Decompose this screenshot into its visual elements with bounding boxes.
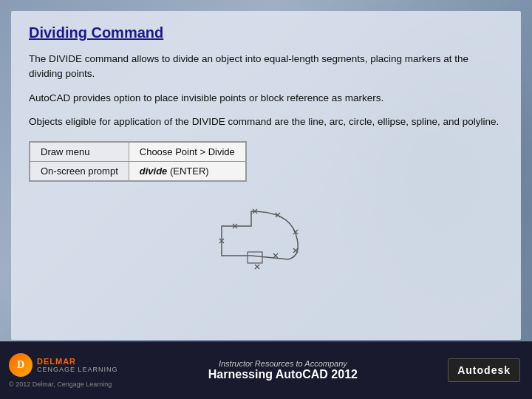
footer-right: Autodesk bbox=[448, 358, 520, 382]
table-cell-draw-menu-value: Choose Point > Divide bbox=[129, 143, 245, 162]
footer-copyright: © 2012 Delmar, Cengage Learning bbox=[9, 381, 118, 388]
harnessing-title: Harnessing AutoCAD 2012 bbox=[208, 368, 358, 381]
logo-delmar-text: DELMAR bbox=[37, 357, 118, 366]
command-table: Draw menu Choose Point > Divide On-scree… bbox=[29, 141, 247, 182]
autodesk-badge: Autodesk bbox=[448, 358, 520, 382]
diagram-area bbox=[29, 197, 503, 278]
footer-center: Instructor Resources to Accompany Harnes… bbox=[208, 359, 358, 381]
delmar-logo: D DELMAR CENGAGE Learning bbox=[9, 353, 118, 377]
logo-icon: D bbox=[9, 353, 33, 377]
page-title: Dividing Command bbox=[29, 24, 503, 41]
footer-bar: D DELMAR CENGAGE Learning © 2012 Delmar,… bbox=[0, 341, 532, 399]
divide-diagram bbox=[192, 197, 340, 278]
autodesk-text: Autodesk bbox=[457, 364, 511, 376]
year-label: 2012 bbox=[331, 368, 358, 381]
table-cell-draw-menu-label: Draw menu bbox=[30, 143, 129, 162]
table-row: Draw menu Choose Point > Divide bbox=[30, 143, 246, 162]
svg-rect-0 bbox=[248, 252, 262, 263]
footer-left: D DELMAR CENGAGE Learning © 2012 Delmar,… bbox=[9, 353, 118, 388]
divide-keyword: divide bbox=[140, 166, 168, 177]
instructor-label: Instructor Resources to Accompany bbox=[219, 359, 347, 368]
logo-text-block: DELMAR CENGAGE Learning bbox=[37, 357, 118, 373]
main-content-panel: Dividing Command The DIVIDE command allo… bbox=[11, 11, 521, 340]
table-cell-prompt-value: divide (ENTER) bbox=[129, 162, 245, 181]
logo-cengage-text: CENGAGE Learning bbox=[37, 366, 118, 373]
enter-suffix: (ENTER) bbox=[167, 166, 208, 177]
paragraph-1: The DIVIDE command allows to divide an o… bbox=[29, 52, 503, 82]
paragraph-2: AutoCAD provides option to place invisib… bbox=[29, 91, 503, 106]
paragraph-3: Objects eligible for application of the … bbox=[29, 115, 503, 129]
table-cell-prompt-label: On-screen prompt bbox=[30, 162, 129, 181]
table-row: On-screen prompt divide (ENTER) bbox=[30, 162, 246, 181]
